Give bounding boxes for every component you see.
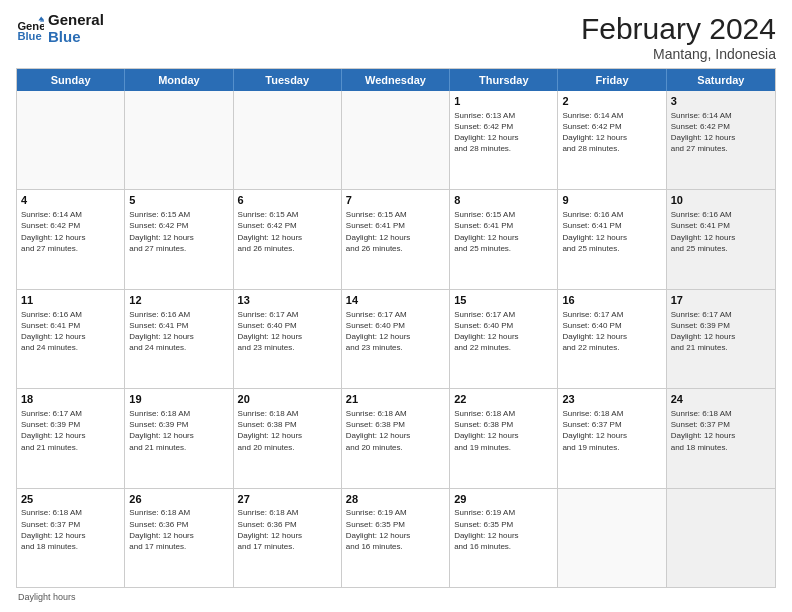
- logo: General Blue General Blue: [16, 12, 104, 45]
- day-number: 2: [562, 94, 661, 109]
- cell-info: Sunrise: 6:18 AM Sunset: 6:37 PM Dayligh…: [562, 408, 661, 453]
- cell-info: Sunrise: 6:15 AM Sunset: 6:41 PM Dayligh…: [454, 209, 553, 254]
- cell-info: Sunrise: 6:18 AM Sunset: 6:37 PM Dayligh…: [671, 408, 771, 453]
- day-number: 10: [671, 193, 771, 208]
- cell-info: Sunrise: 6:14 AM Sunset: 6:42 PM Dayligh…: [671, 110, 771, 155]
- cell-info: Sunrise: 6:14 AM Sunset: 6:42 PM Dayligh…: [21, 209, 120, 254]
- calendar-grid: SundayMondayTuesdayWednesdayThursdayFrid…: [16, 68, 776, 588]
- cell-info: Sunrise: 6:17 AM Sunset: 6:40 PM Dayligh…: [238, 309, 337, 354]
- cal-cell: 1Sunrise: 6:13 AM Sunset: 6:42 PM Daylig…: [450, 91, 558, 189]
- cal-cell: 5Sunrise: 6:15 AM Sunset: 6:42 PM Daylig…: [125, 190, 233, 288]
- day-number: 8: [454, 193, 553, 208]
- cell-info: Sunrise: 6:17 AM Sunset: 6:40 PM Dayligh…: [346, 309, 445, 354]
- cal-cell: [558, 489, 666, 587]
- day-number: 9: [562, 193, 661, 208]
- cell-info: Sunrise: 6:16 AM Sunset: 6:41 PM Dayligh…: [562, 209, 661, 254]
- cell-info: Sunrise: 6:14 AM Sunset: 6:42 PM Dayligh…: [562, 110, 661, 155]
- cell-info: Sunrise: 6:16 AM Sunset: 6:41 PM Dayligh…: [129, 309, 228, 354]
- cal-cell: 9Sunrise: 6:16 AM Sunset: 6:41 PM Daylig…: [558, 190, 666, 288]
- cal-cell: 26Sunrise: 6:18 AM Sunset: 6:36 PM Dayli…: [125, 489, 233, 587]
- cal-cell: 28Sunrise: 6:19 AM Sunset: 6:35 PM Dayli…: [342, 489, 450, 587]
- cal-cell: 19Sunrise: 6:18 AM Sunset: 6:39 PM Dayli…: [125, 389, 233, 487]
- cell-info: Sunrise: 6:18 AM Sunset: 6:38 PM Dayligh…: [346, 408, 445, 453]
- logo-line2: Blue: [48, 29, 104, 46]
- day-number: 11: [21, 293, 120, 308]
- cal-cell: 18Sunrise: 6:17 AM Sunset: 6:39 PM Dayli…: [17, 389, 125, 487]
- day-number: 24: [671, 392, 771, 407]
- cell-info: Sunrise: 6:18 AM Sunset: 6:36 PM Dayligh…: [238, 507, 337, 552]
- day-number: 5: [129, 193, 228, 208]
- cell-info: Sunrise: 6:17 AM Sunset: 6:40 PM Dayligh…: [562, 309, 661, 354]
- day-number: 14: [346, 293, 445, 308]
- cal-cell: [125, 91, 233, 189]
- cell-info: Sunrise: 6:18 AM Sunset: 6:38 PM Dayligh…: [454, 408, 553, 453]
- day-number: 19: [129, 392, 228, 407]
- cell-info: Sunrise: 6:13 AM Sunset: 6:42 PM Dayligh…: [454, 110, 553, 155]
- cal-week: 25Sunrise: 6:18 AM Sunset: 6:37 PM Dayli…: [17, 489, 775, 587]
- day-number: 21: [346, 392, 445, 407]
- day-number: 12: [129, 293, 228, 308]
- cal-week: 11Sunrise: 6:16 AM Sunset: 6:41 PM Dayli…: [17, 290, 775, 389]
- cell-info: Sunrise: 6:16 AM Sunset: 6:41 PM Dayligh…: [21, 309, 120, 354]
- cal-cell: 3Sunrise: 6:14 AM Sunset: 6:42 PM Daylig…: [667, 91, 775, 189]
- cal-header-cell: Saturday: [667, 69, 775, 91]
- cal-cell: 21Sunrise: 6:18 AM Sunset: 6:38 PM Dayli…: [342, 389, 450, 487]
- day-number: 27: [238, 492, 337, 507]
- cal-cell: [342, 91, 450, 189]
- day-number: 15: [454, 293, 553, 308]
- cell-info: Sunrise: 6:18 AM Sunset: 6:39 PM Dayligh…: [129, 408, 228, 453]
- cal-header-cell: Friday: [558, 69, 666, 91]
- cal-cell: 11Sunrise: 6:16 AM Sunset: 6:41 PM Dayli…: [17, 290, 125, 388]
- svg-text:Blue: Blue: [17, 29, 41, 41]
- cal-cell: 4Sunrise: 6:14 AM Sunset: 6:42 PM Daylig…: [17, 190, 125, 288]
- cal-week: 18Sunrise: 6:17 AM Sunset: 6:39 PM Dayli…: [17, 389, 775, 488]
- calendar-title: February 2024: [581, 12, 776, 46]
- cal-cell: 25Sunrise: 6:18 AM Sunset: 6:37 PM Dayli…: [17, 489, 125, 587]
- cell-info: Sunrise: 6:18 AM Sunset: 6:38 PM Dayligh…: [238, 408, 337, 453]
- cell-info: Sunrise: 6:18 AM Sunset: 6:37 PM Dayligh…: [21, 507, 120, 552]
- day-number: 18: [21, 392, 120, 407]
- day-number: 22: [454, 392, 553, 407]
- day-number: 16: [562, 293, 661, 308]
- cal-cell: 6Sunrise: 6:15 AM Sunset: 6:42 PM Daylig…: [234, 190, 342, 288]
- footer-note: Daylight hours: [16, 592, 776, 602]
- title-block: February 2024 Mantang, Indonesia: [581, 12, 776, 62]
- cell-info: Sunrise: 6:17 AM Sunset: 6:40 PM Dayligh…: [454, 309, 553, 354]
- cell-info: Sunrise: 6:15 AM Sunset: 6:42 PM Dayligh…: [238, 209, 337, 254]
- day-number: 13: [238, 293, 337, 308]
- cal-week: 4Sunrise: 6:14 AM Sunset: 6:42 PM Daylig…: [17, 190, 775, 289]
- cal-header-cell: Thursday: [450, 69, 558, 91]
- cal-cell: [17, 91, 125, 189]
- calendar-subtitle: Mantang, Indonesia: [581, 46, 776, 62]
- cal-cell: 20Sunrise: 6:18 AM Sunset: 6:38 PM Dayli…: [234, 389, 342, 487]
- cell-info: Sunrise: 6:19 AM Sunset: 6:35 PM Dayligh…: [454, 507, 553, 552]
- day-number: 25: [21, 492, 120, 507]
- cal-cell: 24Sunrise: 6:18 AM Sunset: 6:37 PM Dayli…: [667, 389, 775, 487]
- day-number: 28: [346, 492, 445, 507]
- cell-info: Sunrise: 6:16 AM Sunset: 6:41 PM Dayligh…: [671, 209, 771, 254]
- cell-info: Sunrise: 6:18 AM Sunset: 6:36 PM Dayligh…: [129, 507, 228, 552]
- cal-header-cell: Tuesday: [234, 69, 342, 91]
- cal-header-cell: Sunday: [17, 69, 125, 91]
- cal-header-cell: Wednesday: [342, 69, 450, 91]
- day-number: 20: [238, 392, 337, 407]
- cal-cell: [234, 91, 342, 189]
- day-number: 29: [454, 492, 553, 507]
- day-number: 4: [21, 193, 120, 208]
- cal-cell: 15Sunrise: 6:17 AM Sunset: 6:40 PM Dayli…: [450, 290, 558, 388]
- cal-cell: 12Sunrise: 6:16 AM Sunset: 6:41 PM Dayli…: [125, 290, 233, 388]
- cell-info: Sunrise: 6:17 AM Sunset: 6:39 PM Dayligh…: [21, 408, 120, 453]
- day-number: 6: [238, 193, 337, 208]
- calendar-page: General Blue General Blue February 2024 …: [0, 0, 792, 612]
- cal-cell: 10Sunrise: 6:16 AM Sunset: 6:41 PM Dayli…: [667, 190, 775, 288]
- cal-header-cell: Monday: [125, 69, 233, 91]
- header: General Blue General Blue February 2024 …: [16, 12, 776, 62]
- cal-week: 1Sunrise: 6:13 AM Sunset: 6:42 PM Daylig…: [17, 91, 775, 190]
- day-number: 17: [671, 293, 771, 308]
- cal-cell: 16Sunrise: 6:17 AM Sunset: 6:40 PM Dayli…: [558, 290, 666, 388]
- cell-info: Sunrise: 6:15 AM Sunset: 6:41 PM Dayligh…: [346, 209, 445, 254]
- cal-cell: 7Sunrise: 6:15 AM Sunset: 6:41 PM Daylig…: [342, 190, 450, 288]
- day-number: 23: [562, 392, 661, 407]
- cal-cell: 14Sunrise: 6:17 AM Sunset: 6:40 PM Dayli…: [342, 290, 450, 388]
- calendar-body: 1Sunrise: 6:13 AM Sunset: 6:42 PM Daylig…: [17, 91, 775, 587]
